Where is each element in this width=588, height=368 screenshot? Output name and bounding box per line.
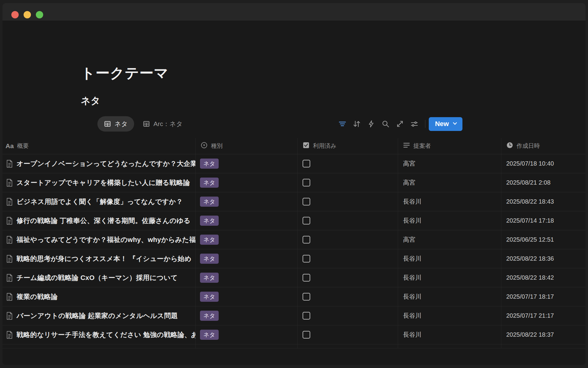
chevron-down-icon[interactable] bbox=[452, 121, 458, 127]
type-cell[interactable]: ネタ bbox=[196, 211, 298, 230]
type-tag[interactable]: ネタ bbox=[200, 216, 219, 226]
type-cell[interactable]: ネタ bbox=[196, 154, 298, 173]
type-tag[interactable]: ネタ bbox=[200, 311, 219, 321]
table-row[interactable]: バーンアウトの戦略論 起業家のメンタルヘルス問題 ネタ 長谷川 2025/07/… bbox=[2, 306, 586, 325]
used-checkbox[interactable] bbox=[303, 274, 310, 282]
table-row[interactable]: 戦略的思考が身につくオススメ本！ 『イシューから始め ネタ 長谷川 2025/0… bbox=[2, 249, 586, 268]
type-cell[interactable]: ネタ bbox=[196, 306, 298, 325]
row-title[interactable]: スタートアップでキャリアを構築したい人に贈る戦略論 bbox=[17, 178, 190, 187]
row-title[interactable]: 戦略的なリサーチ手法を教えてください 勉強の戦略論、あ bbox=[17, 330, 196, 339]
used-checkbox[interactable] bbox=[303, 217, 310, 224]
used-cell[interactable] bbox=[298, 192, 398, 211]
table-row[interactable]: オープンイノベーションってどうなったんですか？大企業 ネタ 高宮 2025/07… bbox=[2, 154, 586, 173]
view-settings-icon[interactable] bbox=[410, 120, 419, 128]
type-tag[interactable]: ネタ bbox=[200, 254, 219, 264]
table-row[interactable]: チーム編成の戦略論 CxO（キーマン）採用について ネタ 長谷川 2025/08… bbox=[2, 268, 586, 287]
title-cell[interactable]: ビジネス用語でよく聞く「解像度」ってなんですか？ bbox=[2, 192, 196, 211]
row-title[interactable]: 複業の戦略論 bbox=[17, 292, 58, 301]
row-title[interactable]: ビジネス用語でよく聞く「解像度」ってなんですか？ bbox=[17, 197, 183, 206]
used-checkbox[interactable] bbox=[303, 331, 310, 339]
column-header-used[interactable]: 利用済み bbox=[298, 138, 398, 154]
title-cell[interactable]: バーンアウトの戦略論 起業家のメンタルヘルス問題 bbox=[2, 306, 196, 325]
used-cell[interactable] bbox=[298, 268, 398, 287]
used-cell[interactable] bbox=[298, 325, 398, 344]
used-cell[interactable] bbox=[298, 287, 398, 306]
table-row[interactable]: スタートアップでキャリアを構築したい人に贈る戦略論 ネタ 高宮 2025/08/… bbox=[2, 173, 586, 192]
used-cell[interactable] bbox=[298, 230, 398, 249]
type-cell[interactable]: ネタ bbox=[196, 287, 298, 306]
minimize-button[interactable] bbox=[24, 11, 31, 18]
created-cell[interactable]: 2025/06/25 12:51 bbox=[501, 230, 586, 249]
type-cell[interactable]: ネタ bbox=[196, 325, 298, 344]
title-cell[interactable]: 戦略的なリサーチ手法を教えてください 勉強の戦略論、あ bbox=[2, 325, 196, 344]
table-row[interactable]: 修行の戦略論 丁稚奉公、深く潜る期間。佐藤さんのゆる ネタ 長谷川 2025/0… bbox=[2, 211, 586, 230]
type-tag[interactable]: ネタ bbox=[200, 330, 219, 340]
filter-icon[interactable] bbox=[338, 120, 347, 128]
type-cell[interactable]: ネタ bbox=[196, 230, 298, 249]
close-button[interactable] bbox=[11, 11, 19, 18]
automation-icon[interactable] bbox=[367, 120, 375, 128]
used-checkbox[interactable] bbox=[303, 312, 310, 320]
type-tag[interactable]: ネタ bbox=[200, 159, 219, 169]
title-cell[interactable]: スタートアップでキャリアを構築したい人に贈る戦略論 bbox=[2, 173, 196, 192]
created-cell[interactable]: 2025/07/17 18:17 bbox=[501, 287, 586, 306]
zoom-button[interactable] bbox=[36, 11, 43, 18]
expand-icon[interactable] bbox=[396, 120, 404, 128]
column-header-created[interactable]: 作成日時 bbox=[501, 138, 586, 154]
row-title[interactable]: バーンアウトの戦略論 起業家のメンタルヘルス問題 bbox=[17, 311, 178, 320]
type-cell[interactable]: ネタ bbox=[196, 192, 298, 211]
table-row[interactable]: 福祉やってみてどうですか？福祉のwhy、whyからみた福 ネタ 高宮 2025/… bbox=[2, 230, 586, 249]
proposer-cell[interactable]: 長谷川 bbox=[398, 287, 501, 306]
title-cell[interactable]: 複業の戦略論 bbox=[2, 287, 196, 306]
type-cell[interactable]: ネタ bbox=[196, 268, 298, 287]
created-cell[interactable]: 2025/08/21 2:08 bbox=[501, 173, 586, 192]
table-row[interactable]: 複業の戦略論 ネタ 長谷川 2025/07/17 18:17 bbox=[2, 287, 586, 306]
tab-arc-neta[interactable]: Arc：ネタ bbox=[143, 120, 183, 128]
created-cell[interactable]: 2025/07/14 17:18 bbox=[501, 211, 586, 230]
proposer-cell[interactable]: 長谷川 bbox=[398, 211, 501, 230]
type-tag[interactable]: ネタ bbox=[200, 178, 219, 188]
type-cell[interactable]: ネタ bbox=[196, 173, 298, 192]
title-cell[interactable]: 福祉やってみてどうですか？福祉のwhy、whyからみた福 bbox=[2, 230, 196, 249]
row-title[interactable]: 戦略的思考が身につくオススメ本！ 『イシューから始め bbox=[17, 254, 191, 263]
created-cell[interactable]: 2025/08/22 18:42 bbox=[501, 268, 586, 287]
column-header-proposer[interactable]: 提案者 bbox=[398, 138, 501, 154]
sort-icon[interactable] bbox=[352, 120, 361, 128]
title-cell[interactable]: 修行の戦略論 丁稚奉公、深く潜る期間。佐藤さんのゆる bbox=[2, 211, 196, 230]
proposer-cell[interactable]: 高宮 bbox=[398, 230, 501, 249]
created-cell[interactable]: 2025/08/22 18:36 bbox=[501, 249, 586, 268]
proposer-cell[interactable]: 高宮 bbox=[398, 154, 501, 173]
proposer-cell[interactable]: 長谷川 bbox=[398, 192, 501, 211]
table-row[interactable]: 戦略的なリサーチ手法を教えてください 勉強の戦略論、あ ネタ 長谷川 2025/… bbox=[2, 325, 586, 344]
created-cell[interactable]: 2025/07/18 10:40 bbox=[501, 154, 586, 173]
row-title[interactable]: 福祉やってみてどうですか？福祉のwhy、whyからみた福 bbox=[17, 235, 196, 244]
type-tag[interactable]: ネタ bbox=[200, 292, 219, 302]
created-cell[interactable]: 2025/08/22 18:37 bbox=[501, 325, 586, 344]
used-cell[interactable] bbox=[298, 154, 398, 173]
tab-neta[interactable]: ネタ bbox=[97, 116, 134, 132]
row-title[interactable]: オープンイノベーションってどうなったんですか？大企業 bbox=[17, 159, 196, 168]
title-cell[interactable]: 戦略的思考が身につくオススメ本！ 『イシューから始め bbox=[2, 249, 196, 268]
row-title[interactable]: 修行の戦略論 丁稚奉公、深く潜る期間。佐藤さんのゆる bbox=[17, 216, 190, 225]
new-button[interactable]: New bbox=[429, 117, 462, 131]
used-checkbox[interactable] bbox=[303, 198, 310, 205]
created-cell[interactable]: 2025/08/22 18:43 bbox=[501, 192, 586, 211]
used-checkbox[interactable] bbox=[303, 160, 310, 167]
title-cell[interactable]: チーム編成の戦略論 CxO（キーマン）採用について bbox=[2, 268, 196, 287]
column-header-title[interactable]: Aa 概要 bbox=[2, 138, 196, 154]
type-tag[interactable]: ネタ bbox=[200, 197, 219, 207]
used-checkbox[interactable] bbox=[303, 236, 310, 243]
proposer-cell[interactable]: 長谷川 bbox=[398, 249, 501, 268]
type-cell[interactable]: ネタ bbox=[196, 249, 298, 268]
column-header-type[interactable]: 種別 bbox=[196, 138, 298, 154]
type-tag[interactable]: ネタ bbox=[200, 273, 219, 283]
used-cell[interactable] bbox=[298, 211, 398, 230]
used-cell[interactable] bbox=[298, 173, 398, 192]
used-checkbox[interactable] bbox=[303, 255, 310, 263]
type-tag[interactable]: ネタ bbox=[200, 235, 219, 245]
title-cell[interactable]: オープンイノベーションってどうなったんですか？大企業 bbox=[2, 154, 196, 173]
used-checkbox[interactable] bbox=[303, 293, 310, 301]
proposer-cell[interactable]: 高宮 bbox=[398, 173, 501, 192]
used-cell[interactable] bbox=[298, 249, 398, 268]
used-checkbox[interactable] bbox=[303, 179, 310, 186]
